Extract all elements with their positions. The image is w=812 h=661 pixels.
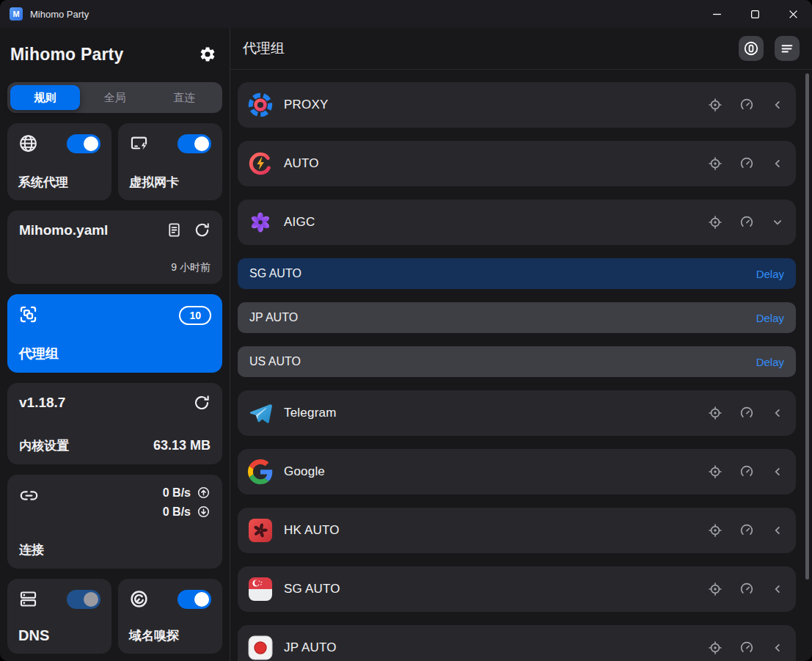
core-refresh-icon[interactable] [193, 394, 211, 412]
node-name: JP AUTO [249, 311, 298, 324]
locate-node-button[interactable] [708, 98, 723, 112]
proxy-group-icon [18, 304, 38, 324]
sort-button[interactable] [775, 36, 800, 61]
proxy-group-row[interactable]: JP AUTO [238, 625, 796, 661]
profile-document-icon[interactable] [166, 222, 183, 238]
scrollbar-thumb[interactable] [805, 73, 809, 580]
delay-test-button[interactable] [739, 640, 754, 655]
locate-node-button[interactable] [708, 215, 723, 230]
locate-node-button[interactable] [708, 156, 723, 171]
proxy-group-row[interactable]: Google [238, 449, 796, 494]
tun-label: 虚拟网卡 [129, 174, 179, 191]
core-version: v1.18.7 [19, 395, 65, 411]
profile-card[interactable]: Mihomo.yaml 9 小时前 [7, 211, 222, 284]
tab-global-mode[interactable]: 全局 [80, 85, 150, 110]
zero-traffic-toggle-button[interactable] [739, 36, 764, 61]
delay-test-button[interactable] [739, 156, 754, 171]
tun-card[interactable]: 虚拟网卡 [118, 123, 222, 200]
window-controls [698, 0, 812, 28]
delay-chip[interactable]: Delay [756, 356, 784, 368]
telegram-plane-icon [248, 401, 273, 426]
upload-circle-icon [197, 486, 211, 500]
proxy-group-row[interactable]: HK AUTO [238, 508, 796, 553]
locate-node-button[interactable] [708, 406, 723, 420]
app-logo-icon: M [10, 7, 23, 21]
profile-refresh-icon[interactable] [194, 222, 211, 238]
page-title: 代理组 [243, 39, 285, 58]
locate-node-button[interactable] [708, 582, 723, 596]
settings-button[interactable] [199, 45, 216, 63]
proxy-node-row[interactable]: US AUTO Delay [238, 346, 796, 377]
titlebar: M Mihomo Party [0, 0, 812, 28]
tun-toggle[interactable] [178, 134, 211, 153]
delay-test-button[interactable] [739, 582, 754, 596]
delay-test-button[interactable] [739, 215, 754, 230]
delay-chip[interactable]: Delay [756, 268, 784, 280]
chevron-left-icon[interactable] [771, 641, 784, 654]
delay-test-button[interactable] [739, 406, 754, 420]
close-button[interactable] [774, 0, 812, 28]
hongkong-flag-icon [248, 518, 273, 543]
profile-updated-time: 9 小时前 [171, 261, 211, 274]
system-proxy-toggle[interactable] [67, 134, 100, 153]
gear-icon [199, 45, 216, 63]
group-name: SG AUTO [284, 582, 340, 596]
tab-rule-mode[interactable]: 规则 [10, 85, 80, 110]
proxy-node-row[interactable]: JP AUTO Delay [238, 302, 796, 333]
connections-card[interactable]: 0 B/s 0 B/s [7, 475, 222, 569]
upload-rate: 0 B/s [163, 486, 191, 500]
delay-chip[interactable]: Delay [756, 312, 784, 324]
text-lines-icon [779, 40, 795, 56]
openai-flower-icon [248, 210, 273, 235]
chevron-left-icon[interactable] [771, 583, 784, 596]
group-name: AIGC [284, 215, 315, 230]
proxy-group-count-badge: 10 [179, 306, 211, 325]
minimize-button[interactable] [698, 0, 736, 28]
core-settings-label: 内核设置 [19, 437, 69, 454]
sniff-label: 域名嗅探 [129, 627, 179, 644]
locate-node-button[interactable] [708, 464, 723, 479]
chevron-down-icon[interactable] [771, 216, 784, 229]
locate-node-button[interactable] [708, 640, 723, 655]
profile-name: Mihomo.yaml [19, 222, 108, 238]
download-circle-icon [197, 505, 211, 519]
core-settings-card[interactable]: v1.18.7 内核设置 63.13 MB [7, 383, 222, 464]
chevron-left-icon[interactable] [771, 157, 784, 170]
chevron-left-icon[interactable] [771, 465, 784, 478]
chevron-left-icon[interactable] [771, 98, 784, 112]
delay-test-button[interactable] [739, 523, 754, 538]
close-icon [789, 10, 798, 19]
circle-zero-icon [743, 40, 759, 56]
proxy-groups-label: 代理组 [19, 345, 59, 362]
system-proxy-card[interactable]: 系统代理 [7, 123, 111, 200]
proxy-group-row[interactable]: Telegram [238, 390, 796, 436]
proxy-group-row[interactable]: SG AUTO [238, 566, 796, 612]
delay-test-button[interactable] [739, 464, 754, 479]
tab-direct-mode[interactable]: 直连 [150, 85, 219, 110]
proxy-node-row[interactable]: SG AUTO Delay [238, 258, 796, 289]
proxy-groups-page: 代理组 PROXY [230, 28, 812, 661]
virtual-nic-icon [129, 134, 149, 153]
maximize-button[interactable] [736, 0, 774, 28]
chevron-left-icon[interactable] [771, 524, 784, 537]
core-memory-usage: 63.13 MB [153, 438, 211, 453]
link-icon [19, 486, 39, 505]
app-window: M Mihomo Party Mihomo Party 规则 [0, 0, 812, 661]
google-g-icon [248, 459, 273, 484]
group-name: HK AUTO [284, 523, 340, 538]
proxy-groups-nav-card[interactable]: 10 代理组 [7, 294, 222, 373]
chevron-left-icon[interactable] [771, 406, 784, 420]
dns-card[interactable]: DNS [7, 579, 111, 654]
maximize-icon [750, 10, 760, 19]
locate-node-button[interactable] [708, 523, 723, 538]
globe-icon [18, 134, 38, 153]
proxy-group-row[interactable]: PROXY [238, 82, 796, 128]
proxy-groups-list: PROXY AUTO [230, 70, 812, 661]
dns-toggle[interactable] [67, 590, 100, 609]
sniff-card[interactable]: 域名嗅探 [118, 579, 222, 654]
sniff-toggle[interactable] [178, 590, 211, 609]
delay-test-button[interactable] [739, 98, 754, 112]
proxy-group-row-expanded[interactable]: AIGC [238, 200, 796, 245]
proxy-group-row[interactable]: AUTO [238, 141, 796, 186]
node-name: SG AUTO [249, 267, 301, 280]
